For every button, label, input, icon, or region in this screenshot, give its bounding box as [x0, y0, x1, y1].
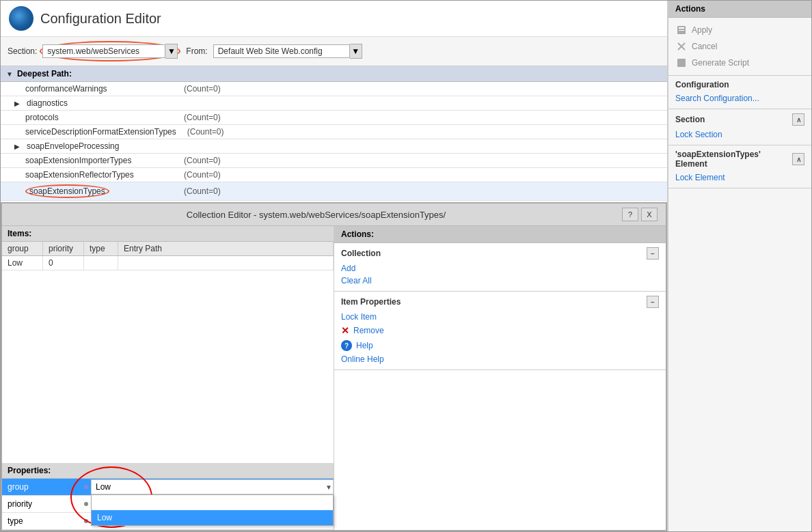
remove-link[interactable]: Remove: [353, 324, 384, 337]
cancel-icon: [675, 40, 688, 53]
row-value: [202, 144, 667, 148]
section-collapse-btn[interactable]: ∧: [792, 113, 804, 126]
grid-row[interactable]: protocols (Count=0): [1, 111, 667, 125]
row-name: soapExtensionImporterTypes: [1, 154, 178, 167]
search-config-link[interactable]: Search Configuration...: [675, 92, 804, 104]
section-title: Section ∧: [675, 113, 804, 126]
lock-item-link[interactable]: Lock Item: [341, 311, 659, 323]
section-value[interactable]: system.web/webServices: [42, 44, 165, 58]
row-value: (Count=0): [178, 111, 667, 124]
from-value[interactable]: Default Web Site Web.config: [213, 44, 350, 58]
row-value: (Count=0): [178, 184, 667, 198]
row-value: (Count=0): [178, 168, 667, 182]
collection-editor: Collection Editor - system.web/webServic…: [1, 202, 667, 531]
element-collapse-btn[interactable]: ∧: [792, 153, 804, 165]
page-title: Configuration Editor: [40, 11, 161, 27]
grid-header: ▼ Deepest Path:: [1, 66, 667, 82]
collection-actions-header: Actions:: [334, 226, 666, 243]
online-help-link[interactable]: Online Help: [341, 353, 659, 365]
deepest-path-label: Deepest Path:: [17, 69, 72, 79]
configuration-section: Configuration Search Configuration...: [668, 76, 811, 109]
prop-name-group: group: [2, 479, 84, 495]
cancel-action[interactable]: Cancel: [675, 38, 804, 55]
element-title: 'soapExtensionTypes' Element ∧: [675, 150, 804, 169]
svg-rect-2: [679, 30, 684, 31]
collection-section: Collection − Add Clear All: [334, 243, 666, 292]
app-icon: [9, 6, 33, 31]
actions-header: Actions: [668, 1, 811, 18]
grid-row[interactable]: conformanceWarnings (Count=0): [1, 82, 667, 96]
add-link[interactable]: Add: [341, 262, 659, 275]
dropdown-option-low[interactable]: Low: [92, 510, 333, 525]
prop-name-type: type: [2, 513, 84, 529]
expand-icon[interactable]: ▶: [14, 143, 20, 150]
col-header-priority: priority: [43, 242, 84, 255]
element-label: 'soapExtensionTypes' Element: [675, 150, 792, 169]
generate-script-label: Generate Script: [692, 58, 749, 68]
collection-collapse-btn[interactable]: −: [647, 247, 659, 260]
remove-item-row: ✕ Remove: [341, 323, 659, 338]
cancel-label: Cancel: [692, 42, 717, 51]
svg-rect-1: [679, 27, 684, 29]
clear-all-link[interactable]: Clear All: [341, 275, 659, 287]
group-dropdown[interactable]: Low High: [91, 479, 334, 494]
item-props-collapse-btn[interactable]: −: [647, 296, 659, 308]
collection-actions-panel: Actions: Collection − Add Clear All Item…: [334, 226, 666, 530]
collection-label: Collection: [341, 249, 381, 258]
item-properties-title: Item Properties −: [341, 296, 659, 308]
prop-name-priority: priority: [2, 496, 84, 512]
prop-value-group: Low High ▼ High Low: [84, 479, 334, 494]
row-name: soapExtensionReflectorTypes: [1, 168, 178, 182]
property-row-group[interactable]: group Low High ▼ Hi: [2, 479, 334, 496]
dropdown-option-high[interactable]: High: [92, 495, 333, 510]
collection-editor-title-text: Collection Editor - system.web/webServic…: [10, 210, 622, 220]
row-name: soapEnvelopeProcessing: [24, 139, 202, 153]
cell-priority: 0: [43, 256, 84, 270]
expand-icon[interactable]: ▼: [6, 70, 13, 78]
lock-element-link[interactable]: Lock Element: [675, 171, 804, 184]
section-dropdown-btn[interactable]: ▼: [165, 44, 178, 59]
grid-row-highlighted[interactable]: soapExtensionTypes (Count=0): [1, 182, 667, 201]
item-properties-section: Item Properties − Lock Item ✕ Remove ? H…: [334, 292, 666, 370]
apply-action[interactable]: Apply: [675, 22, 804, 38]
row-value: [202, 101, 667, 105]
grid-row[interactable]: serviceDescriptionFormatExtensionTypes (…: [1, 125, 667, 139]
cell-entry: [118, 256, 334, 270]
row-value: (Count=0): [178, 82, 667, 96]
col-header-group: group: [2, 242, 43, 255]
generate-script-icon: [675, 57, 688, 69]
help-circle-icon: ?: [341, 340, 352, 351]
grid-row[interactable]: ▶ diagnostics: [1, 96, 667, 111]
right-panel: Actions Apply: [668, 1, 811, 531]
row-name: protocols: [1, 111, 178, 124]
close-button[interactable]: X: [641, 208, 658, 221]
col-header-entry: Entry Path: [118, 242, 334, 255]
help-button[interactable]: ?: [622, 208, 638, 221]
help-item-row: ? Help: [341, 338, 659, 353]
apply-icon: [675, 24, 688, 36]
grid-row[interactable]: soapExtensionReflectorTypes (Count=0): [1, 168, 667, 182]
row-name: conformanceWarnings: [1, 82, 178, 96]
grid-row[interactable]: soapExtensionImporterTypes (Count=0): [1, 154, 667, 168]
section-label: Section:: [8, 46, 37, 56]
svg-rect-5: [677, 59, 686, 67]
grid-row[interactable]: ▶ soapEnvelopeProcessing: [1, 139, 667, 154]
expand-icon[interactable]: ▶: [14, 100, 20, 107]
lock-section-link[interactable]: Lock Section: [675, 128, 804, 141]
collection-section-title: Collection −: [341, 247, 659, 260]
from-dropdown-btn[interactable]: ▼: [350, 44, 362, 59]
soap-extension-types-circle: soapExtensionTypes: [25, 184, 109, 198]
items-panel: Items: group priority type Entry Path Lo…: [2, 226, 334, 530]
generate-script-action[interactable]: Generate Script: [675, 55, 804, 71]
group-dropdown-container: Low High ▼ High Low: [91, 479, 334, 494]
config-grid: ▼ Deepest Path: conformanceWarnings (Cou…: [1, 66, 667, 201]
row-value: (Count=0): [178, 154, 667, 167]
remove-x-icon: ✕: [341, 325, 349, 336]
items-header: Items:: [2, 226, 334, 242]
items-table: group priority type Entry Path Low 0: [2, 242, 334, 463]
table-row[interactable]: Low 0: [2, 256, 334, 270]
help-link[interactable]: Help: [356, 339, 373, 352]
configuration-label: Configuration: [675, 80, 729, 89]
prop-indicator: [84, 502, 88, 506]
apply-label: Apply: [692, 25, 712, 35]
